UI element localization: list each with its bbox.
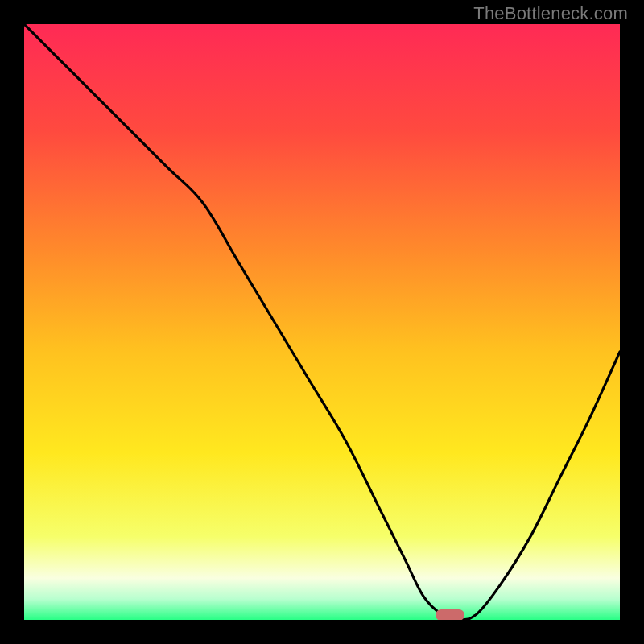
plot-area xyxy=(24,24,620,620)
optimal-marker xyxy=(436,609,464,620)
bottleneck-curve xyxy=(24,24,620,620)
watermark-text: TheBottleneck.com xyxy=(473,3,628,24)
chart-frame: TheBottleneck.com xyxy=(0,0,644,644)
